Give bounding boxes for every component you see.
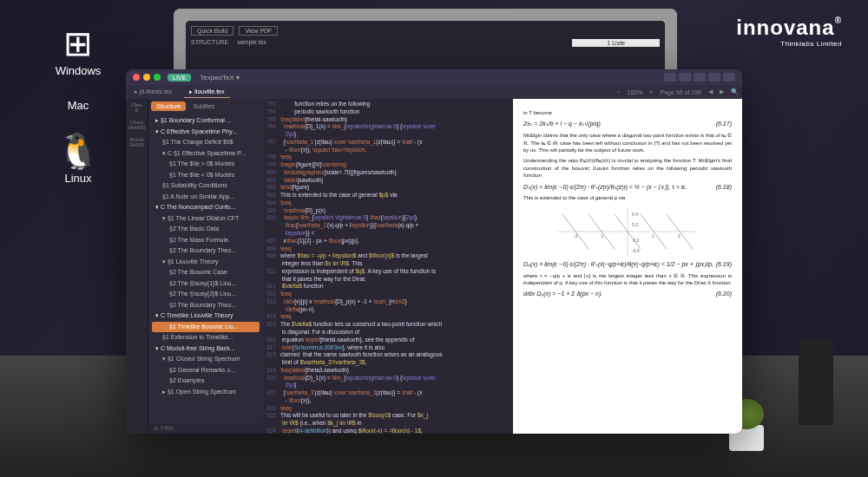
code-line[interactable]: 798\eeq	[263, 154, 513, 161]
code-line[interactable]: i\epsilon)} =	[263, 230, 513, 238]
code-line[interactable]: 816 equation \eqref{thetaI-sawtooth}, se…	[263, 337, 513, 344]
outline-item[interactable]: ▾ C The Noncompact Confo...	[152, 202, 260, 213]
code-line[interactable]: \frac{\vartheta_1'(x|-q/p + i\epsilon)}{…	[263, 222, 513, 230]
code-line[interactable]: 807 x\frac{1}{2} - px + \floor{px}{p},	[263, 238, 513, 245]
code-line[interactable]: 796 \mathcal{D}_1(x) = \lim_{\epsilon\ri…	[263, 123, 513, 131]
editor-window: LIVE TexpadTeX ▾ ▸ jd-thesis.tex ▸ liouv…	[126, 69, 742, 434]
outline-item[interactable]: §2 The Boundary Theo...	[152, 245, 260, 257]
code-line[interactable]: 805 \mathcal{D}_p(x)	[263, 207, 513, 215]
code-line[interactable]: 824 \eqref{xi-definition}) and using $\f…	[263, 428, 513, 434]
zoom-out-button[interactable]: −	[616, 89, 620, 95]
code-line[interactable]: 814\eeq	[263, 313, 513, 321]
code-line[interactable]: 810 expression is independent of $q$. A …	[263, 268, 513, 276]
code-editor[interactable]: 793 function relies on the following794 …	[263, 99, 513, 434]
layout-button-1[interactable]	[679, 73, 691, 82]
outline-item[interactable]: §2 Examples	[152, 376, 260, 387]
code-line[interactable]: 817 \cite{Schomerus:2003vv}, where it is…	[263, 344, 513, 352]
outline-item[interactable]: §2 The §\susy{2}$ Liou...	[152, 289, 260, 300]
code-line[interactable]: 794 periodic sawtooth function	[263, 108, 513, 116]
code-line[interactable]: 820 \mathcal{D}_1(x) = \lim_{\epsilon\ri…	[263, 375, 513, 382]
outline-item[interactable]: ▾ §1 The Linear Dilaton CFT	[152, 213, 260, 225]
code-line[interactable]: 803This is extended to the case of gener…	[263, 192, 513, 199]
filter-input[interactable]: ⊘ Filter	[148, 423, 263, 434]
outline-item[interactable]: §1 A Note on Similar App...	[152, 192, 260, 203]
pv-para-1: McElgin claims that the only case where …	[523, 132, 732, 154]
pv-eq-6-17: 2x₁ = 2k₁/b + i − q − k₁√(p/q)(6.17)	[523, 120, 732, 128]
code-line[interactable]: 799\begin{figure}[h!]\centering	[263, 161, 513, 169]
code-line[interactable]: is diagonal. For a discussion of	[263, 329, 513, 337]
outline-item[interactable]: ▾ §1 Closed String Spectrum	[152, 354, 260, 365]
outline-item[interactable]: ▸ §1 Boundary Conformal ...	[152, 115, 260, 127]
outline-item[interactable]: §2 The Boundary Theo...	[152, 300, 260, 311]
code-line[interactable]: 808\eeq	[263, 245, 513, 253]
zoom-in-button[interactable]: +	[649, 89, 653, 95]
tab-jd-thesis[interactable]: ▸ jd-thesis.tex	[129, 87, 177, 97]
outline-item[interactable]: ▸ §1 Open String Spectrum	[152, 387, 260, 398]
code-line[interactable]: 821 {\vartheta_3'(z|\tau) \over \varthet…	[263, 389, 513, 397]
outline-item[interactable]: §1 The Charge Deficit $\t$	[152, 137, 260, 148]
prev-page-button[interactable]: ◀	[708, 88, 713, 95]
outline-item[interactable]: ▾ C §1 Effective Spacetime P...	[152, 148, 260, 160]
share-button[interactable]	[664, 73, 676, 82]
code-line[interactable]: 818claimed that the same sawtooth functi…	[263, 351, 513, 359]
outline-item[interactable]: §2 General Remarks o...	[152, 365, 260, 376]
outline-item[interactable]: §1 The $\le > 0$ Models	[152, 159, 260, 170]
code-line[interactable]: 806 \equiv \lim_{\epsilon \rightarrow 0}…	[263, 214, 513, 222]
code-line[interactable]: 802\end{figure}	[263, 184, 513, 192]
code-line[interactable]: limit of $\vartheta_3'/\vartheta_3$,	[263, 359, 513, 367]
outline-item[interactable]: ▾ C Timelike Liouville Theory	[152, 310, 260, 322]
code-line[interactable]: 800 \includegraphics[scale=.70]{figures/…	[263, 169, 513, 177]
code-line[interactable]: that it paves the way for the Dirac	[263, 276, 513, 284]
code-line[interactable]: 793 function relies on the following	[263, 101, 513, 108]
pv-para-4: where τ = −q/p + iε and ⌊x⌋ is the large…	[523, 272, 732, 287]
code-line[interactable]: integer less than $x \in \R$. This	[263, 260, 513, 268]
outline-item[interactable]: ▾ §1 Liouville Theory	[152, 257, 260, 268]
windows-icon: ⊞	[43, 26, 113, 61]
code-line[interactable]: 812\beq	[263, 291, 513, 298]
code-line[interactable]: 795\beq\label{thetaI-sawtooth}	[263, 116, 513, 124]
sidebar-tab-subfiles[interactable]: Subfiles	[187, 101, 220, 111]
bg-quick-build: Quick Build	[191, 26, 233, 36]
code-line[interactable]: 823This will be useful to us later in th…	[263, 412, 513, 420]
outline-item[interactable]: §1 Timelike Bosonic Lio...	[152, 322, 260, 333]
code-line[interactable]: 809where $\tau = -q/p + i\epsilon$ and $…	[263, 252, 513, 260]
os-linux: 🐧 Linux	[43, 134, 113, 185]
outline-item[interactable]: ▾ C Effective Spacetime Phy...	[152, 127, 260, 138]
tab-liouville[interactable]: ▸ liouville.tex	[184, 87, 229, 98]
pv-para-3: This is extended to the case of general …	[523, 194, 732, 201]
outline-item[interactable]: §2 The Mass Formula	[152, 235, 260, 246]
code-line[interactable]: 815The $\delta$ function lets us constru…	[263, 321, 513, 329]
next-page-button[interactable]: ▶	[720, 88, 724, 95]
code-line[interactable]: 819\beq\label{theta3-sawtooth}	[263, 367, 513, 375]
code-line[interactable]: 804\beq	[263, 199, 513, 207]
outline-item[interactable]: §2 The Bosonic Case	[152, 267, 260, 278]
engine-dropdown[interactable]: TexpadTeX ▾	[200, 74, 240, 82]
code-line[interactable]: \in \R$ (i.e., when $k_j \in \R$ in	[263, 420, 513, 428]
code-line[interactable]: 801 \label{sawtooth}	[263, 177, 513, 185]
outline-item[interactable]: §1 Suitability Conditions	[152, 180, 260, 192]
layout-button-4[interactable]	[723, 73, 735, 82]
outline-item[interactable]: §1 Extension to Timelike...	[152, 332, 260, 343]
code-line[interactable]: 797 {\vartheta_1'(z|\tau) \over \varthet…	[263, 139, 513, 147]
outline-item[interactable]: §2 The §\susy{1}$ Liou...	[152, 278, 260, 290]
sidebar-tab-structure[interactable]: Structure	[151, 101, 186, 111]
code-line[interactable]: 811 $\delta$ function	[263, 283, 513, 291]
minimize-icon[interactable]	[143, 74, 150, 81]
code-line[interactable]: 813 \ddx{x}{p} x \mathcal{D}_p(x) + -1 +…	[263, 298, 513, 306]
search-icon[interactable]: 🔍	[731, 88, 739, 95]
code-line[interactable]: \delta(px-n).	[263, 306, 513, 314]
outline-item[interactable]: §2 The Basic Data	[152, 224, 260, 235]
mac-label: Mac	[43, 99, 113, 112]
outline-item[interactable]: §1 The $\le < 0$ Models	[152, 170, 260, 181]
pdf-preview[interactable]: in T become 2x₁ = 2k₁/b + i − q − k₁√(p/…	[513, 99, 742, 434]
code-line[interactable]: 2\pi}	[263, 131, 513, 139]
layout-button-2[interactable]	[694, 73, 706, 82]
code-line[interactable]: 2\pi}	[263, 382, 513, 389]
outline-item[interactable]: ▾ C Moduli-free String Back...	[152, 343, 260, 355]
maximize-icon[interactable]	[154, 74, 161, 81]
code-line[interactable]: 822\eeq	[263, 405, 513, 413]
code-line[interactable]: - \floor{x}),	[263, 397, 513, 405]
layout-button-3[interactable]	[708, 73, 720, 82]
code-line[interactable]: - \floor{x}), \qquad \tau=i\epsilon.	[263, 147, 513, 154]
close-icon[interactable]	[133, 74, 140, 81]
